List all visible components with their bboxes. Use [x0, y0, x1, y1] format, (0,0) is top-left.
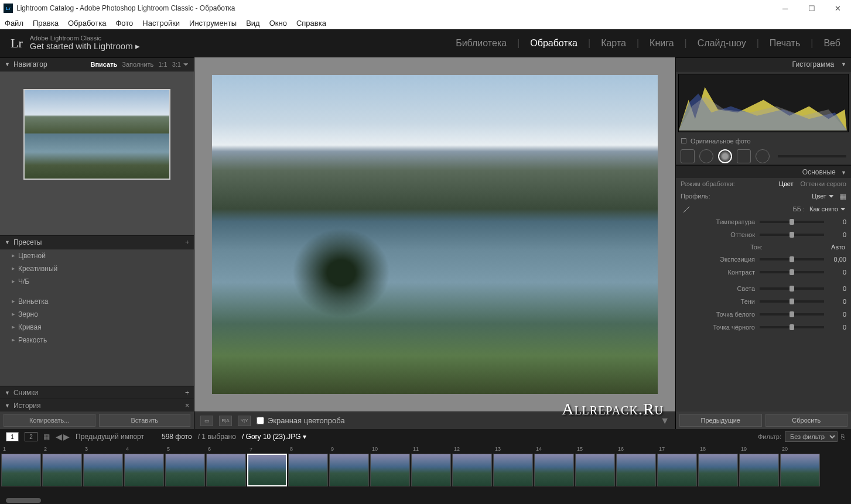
- menu-Вид[interactable]: Вид: [246, 19, 260, 28]
- slider-track[interactable]: [760, 258, 824, 260]
- minimize-button[interactable]: ─: [772, 0, 798, 16]
- thumbnail[interactable]: 5: [165, 454, 205, 486]
- module-Карта[interactable]: Карта: [601, 38, 626, 49]
- nav-three[interactable]: 3:1 ⏷: [172, 61, 189, 68]
- add-snapshot-icon[interactable]: +: [185, 389, 189, 397]
- original-photo-toggle[interactable]: Оригинальное фото: [676, 135, 851, 148]
- thumbnail[interactable]: 2: [42, 454, 82, 486]
- source-label[interactable]: Предыдущий импорт: [76, 433, 144, 441]
- menu-Окно[interactable]: Окно: [269, 19, 287, 28]
- history-header[interactable]: ▼ История ×: [0, 399, 194, 412]
- module-Книга[interactable]: Книга: [650, 38, 674, 49]
- menu-Правка[interactable]: Правка: [33, 19, 59, 28]
- before-after-tb-button[interactable]: Y|Y: [238, 416, 251, 426]
- menu-Обработка[interactable]: Обработка: [68, 19, 107, 28]
- treatment-bw[interactable]: Оттенки серого: [801, 180, 846, 187]
- clear-history-icon[interactable]: ×: [185, 402, 189, 410]
- slider-track[interactable]: [760, 271, 824, 273]
- histogram-header[interactable]: Гистограмма ▼: [676, 57, 851, 71]
- mask-slider[interactable]: [778, 155, 846, 157]
- preset-Цветной[interactable]: Цветной: [0, 249, 194, 262]
- add-preset-icon[interactable]: +: [185, 238, 189, 246]
- slider-track[interactable]: [760, 313, 824, 316]
- snapshots-header[interactable]: ▼ Снимки +: [0, 386, 194, 399]
- navigator-preview[interactable]: [0, 71, 194, 235]
- thumbnail[interactable]: 13: [493, 454, 533, 486]
- profile-dropdown[interactable]: Цвет ⏷: [812, 193, 835, 200]
- thumbnail[interactable]: 8: [288, 454, 328, 486]
- thumbnail[interactable]: 15: [575, 454, 615, 486]
- thumbnail[interactable]: 20: [780, 454, 820, 486]
- slider-track[interactable]: [760, 300, 824, 303]
- thumbnail[interactable]: 12: [452, 454, 492, 486]
- profile-browser-icon[interactable]: ▦: [839, 192, 846, 201]
- redeye-tool[interactable]: [718, 149, 732, 163]
- filmstrip[interactable]: 1234567891011121314151617181920: [0, 444, 851, 497]
- nav-fill[interactable]: Заполнить: [122, 61, 153, 68]
- treatment-color[interactable]: Цвет: [779, 180, 794, 187]
- thumbnail[interactable]: 18: [698, 454, 738, 486]
- thumbnail[interactable]: 19: [739, 454, 779, 486]
- copy-button[interactable]: Копировать...: [4, 414, 95, 427]
- paste-button[interactable]: Вставить: [99, 414, 191, 427]
- reset-button[interactable]: Сбросить: [765, 414, 848, 427]
- menu-Инструменты[interactable]: Инструменты: [189, 19, 237, 28]
- menu-Настройки[interactable]: Настройки: [142, 19, 180, 28]
- thumbnail[interactable]: 4: [124, 454, 164, 486]
- brand-title[interactable]: Get started with Lightroom ▸: [30, 42, 140, 52]
- thumbnail[interactable]: 14: [534, 454, 574, 486]
- filter-select[interactable]: Без фильтра: [785, 431, 838, 442]
- current-filename[interactable]: / Gory 10 (23).JPG ▾: [242, 433, 306, 441]
- main-image[interactable]: [212, 75, 658, 394]
- wb-picker-icon[interactable]: ⟋: [681, 203, 692, 216]
- grid-icon[interactable]: ▦: [43, 433, 50, 441]
- preset-Зерно[interactable]: Зерно: [0, 308, 194, 321]
- crop-tool[interactable]: [681, 149, 695, 163]
- menu-Фото[interactable]: Фото: [115, 19, 133, 28]
- maximize-button[interactable]: ☐: [798, 0, 825, 16]
- spot-tool[interactable]: [699, 149, 713, 163]
- preset-Кривая[interactable]: Кривая: [0, 321, 194, 334]
- wb-dropdown[interactable]: Как снято ⏷: [809, 205, 846, 212]
- thumbnail[interactable]: 6: [206, 454, 246, 486]
- module-Библиотека[interactable]: Библиотека: [456, 38, 507, 49]
- filter-lock-icon[interactable]: ⎘: [841, 433, 845, 440]
- filmstrip-scrollbar[interactable]: [0, 497, 851, 504]
- menu-Справка[interactable]: Справка: [296, 19, 326, 28]
- module-Обработка[interactable]: Обработка: [530, 38, 577, 49]
- secondary-display-badge[interactable]: 2: [25, 432, 37, 441]
- preset-Резкость[interactable]: Резкость: [0, 334, 194, 347]
- slider-track[interactable]: [760, 326, 824, 328]
- preset-Виньетка[interactable]: Виньетка: [0, 295, 194, 308]
- nav-fwd-icon[interactable]: ▶: [63, 432, 70, 441]
- slider-track[interactable]: [760, 221, 824, 223]
- close-button[interactable]: ✕: [825, 0, 851, 16]
- thumbnail[interactable]: 17: [657, 454, 697, 486]
- menu-Файл[interactable]: Файл: [5, 19, 23, 28]
- module-Веб[interactable]: Веб: [823, 38, 840, 49]
- histogram[interactable]: [678, 74, 849, 132]
- module-Слайд-шоу[interactable]: Слайд-шоу: [698, 38, 746, 49]
- thumbnail[interactable]: 1: [1, 454, 41, 486]
- thumbnail[interactable]: 3: [83, 454, 123, 486]
- nav-back-icon[interactable]: ◀: [56, 432, 62, 441]
- soft-proof-checkbox[interactable]: [257, 417, 264, 424]
- slider-track[interactable]: [760, 234, 824, 236]
- thumbnail[interactable]: 16: [616, 454, 656, 486]
- radial-tool[interactable]: [756, 149, 770, 163]
- primary-display-badge[interactable]: 1: [6, 432, 19, 441]
- thumbnail[interactable]: 11: [411, 454, 451, 486]
- thumbnail[interactable]: 10: [370, 454, 410, 486]
- loupe-view-button[interactable]: ▭: [200, 416, 213, 426]
- previous-button[interactable]: Предыдущие: [679, 414, 762, 427]
- nav-fit[interactable]: Вписать: [90, 61, 117, 68]
- thumbnail[interactable]: 7: [247, 454, 287, 486]
- thumbnail[interactable]: 9: [329, 454, 369, 486]
- module-Печать[interactable]: Печать: [770, 38, 800, 49]
- nav-one[interactable]: 1:1: [158, 61, 167, 68]
- preset-Ч/Б[interactable]: Ч/Б: [0, 275, 194, 288]
- navigator-header[interactable]: ▼ Навигатор Вписать Заполнить 1:1 3:1 ⏷: [0, 57, 194, 71]
- slider-track[interactable]: [760, 287, 824, 290]
- before-after-lr-button[interactable]: R|A: [219, 416, 232, 426]
- auto-tone-button[interactable]: Авто: [831, 244, 845, 251]
